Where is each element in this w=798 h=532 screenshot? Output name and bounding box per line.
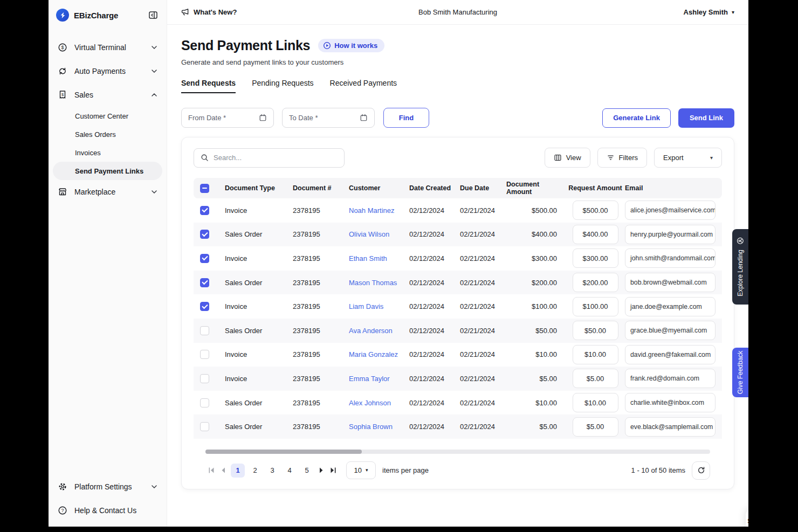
show-latest-transaction-button[interactable]: Show Latest Transaction: [746, 509, 748, 527]
export-button[interactable]: Export ▾: [654, 148, 722, 168]
request-amount-input[interactable]: $400.00: [573, 225, 618, 244]
view-button[interactable]: View: [545, 148, 590, 168]
sidebar-item-invoices[interactable]: Invoices: [53, 143, 162, 162]
filters-button[interactable]: Filters: [597, 148, 647, 168]
email-input[interactable]: alice.jones@mailservice.com: [625, 201, 716, 220]
sidebar-item-sales[interactable]: $ Sales: [53, 83, 162, 107]
row-checkbox[interactable]: [200, 398, 209, 407]
document-type-cell: Invoice: [225, 302, 293, 310]
to-date-input[interactable]: To Date *: [282, 108, 375, 128]
email-input[interactable]: frank.red@domain.com: [625, 369, 716, 388]
sidebar-item-customer-center[interactable]: Customer Center: [53, 107, 162, 125]
customer-link[interactable]: Ethan Smith: [349, 254, 409, 262]
customer-link[interactable]: Mason Thomas: [349, 279, 409, 287]
email-input[interactable]: henry.purple@yourmail.com: [625, 225, 716, 244]
page-size-select[interactable]: 10 ▾: [346, 461, 376, 479]
request-amount-input[interactable]: $10.00: [573, 393, 618, 412]
column-header-customer[interactable]: Customer: [349, 184, 409, 192]
email-input[interactable]: eve.black@samplemail.com: [625, 417, 716, 437]
row-checkbox[interactable]: [200, 350, 209, 359]
column-header-document-amount[interactable]: Document Amount: [506, 181, 566, 196]
tab[interactable]: Send Requests: [181, 79, 236, 93]
whats-new-button[interactable]: What's New?: [181, 8, 237, 16]
select-all-checkbox[interactable]: [200, 184, 209, 193]
how-it-works-button[interactable]: How it works: [318, 39, 384, 52]
request-amount-input[interactable]: $10.00: [573, 345, 618, 364]
svg-text:?: ?: [61, 508, 64, 513]
customer-link[interactable]: Olivia Wilson: [349, 230, 409, 238]
calendar-icon[interactable]: [360, 114, 368, 122]
user-menu[interactable]: Ashley Smith ▾: [684, 8, 734, 16]
tab[interactable]: Pending Requests: [252, 79, 313, 93]
whats-new-label: What's New?: [194, 8, 237, 16]
customer-link[interactable]: Noah Martinez: [349, 206, 409, 215]
page-number-button[interactable]: 4: [283, 464, 297, 478]
column-header-document-type[interactable]: Document Type: [225, 184, 293, 192]
document-amount-cell: $300.00: [506, 254, 566, 262]
sidebar-collapse-icon[interactable]: [148, 10, 158, 20]
row-checkbox[interactable]: [200, 254, 209, 263]
sidebar-item-sales-orders[interactable]: Sales Orders: [53, 125, 162, 143]
page-number-button[interactable]: 5: [300, 464, 314, 478]
column-header-date-created[interactable]: Date Created: [409, 184, 460, 192]
request-amount-input[interactable]: $300.00: [573, 248, 618, 268]
request-amount-input[interactable]: $5.00: [573, 369, 618, 388]
sidebar-item-platform-settings[interactable]: Platform Settings: [53, 475, 162, 499]
search-input[interactable]: [214, 154, 338, 162]
page-number-button[interactable]: 1: [231, 464, 245, 478]
sidebar-item-send-payment-links[interactable]: Send Payment Links: [53, 162, 162, 180]
customer-link[interactable]: Sophia Brown: [349, 423, 409, 431]
last-page-icon[interactable]: [327, 467, 339, 474]
email-input[interactable]: jane.doe@example.com: [625, 297, 716, 316]
row-checkbox[interactable]: [200, 422, 209, 431]
column-header-email[interactable]: Email: [625, 184, 716, 192]
row-checkbox[interactable]: [200, 302, 209, 311]
column-header-document-number[interactable]: Document #: [293, 184, 349, 192]
request-amount-input[interactable]: $200.00: [573, 273, 618, 292]
next-page-icon[interactable]: [315, 467, 327, 474]
row-checkbox[interactable]: [200, 326, 209, 335]
request-amount-input[interactable]: $100.00: [573, 297, 618, 316]
tab[interactable]: Received Payments: [330, 79, 397, 93]
sidebar-item-auto-payments[interactable]: Auto Payments: [53, 59, 162, 83]
give-feedback-tab[interactable]: Give Feedback: [732, 348, 748, 397]
previous-page-icon[interactable]: [217, 467, 229, 474]
generate-link-button[interactable]: Generate Link: [602, 108, 671, 128]
request-amount-input[interactable]: $500.00: [573, 201, 618, 220]
customer-link[interactable]: Emma Taylor: [349, 375, 409, 383]
customer-link[interactable]: Alex Johnson: [349, 399, 409, 407]
sidebar-item-help-contact[interactable]: ? Help & Contact Us: [53, 499, 162, 522]
page-number-button[interactable]: 2: [248, 464, 262, 478]
email-input[interactable]: bob.brown@webmail.com: [625, 273, 716, 292]
explore-lending-tab[interactable]: Explore Lending: [732, 229, 748, 305]
customer-link[interactable]: Maria Gonzalez: [349, 350, 409, 358]
horizontal-scrollbar[interactable]: [205, 450, 710, 454]
email-input[interactable]: charlie.white@inbox.com: [625, 393, 716, 412]
calendar-icon[interactable]: [259, 114, 267, 122]
send-link-button[interactable]: Send Link: [678, 108, 734, 128]
row-checkbox[interactable]: [200, 374, 209, 383]
request-amount-input[interactable]: $50.00: [573, 321, 618, 340]
refresh-button[interactable]: [692, 461, 710, 480]
column-header-request-amount[interactable]: Request Amount: [566, 184, 625, 192]
search-box[interactable]: [194, 148, 345, 168]
sidebar-item-virtual-terminal[interactable]: $ Virtual Terminal: [53, 36, 162, 59]
row-checkbox[interactable]: [200, 278, 209, 287]
email-input[interactable]: david.green@fakemail.com: [625, 345, 716, 364]
request-amount-input[interactable]: $5.00: [573, 417, 618, 437]
sidebar-item-marketplace[interactable]: Marketplace: [53, 180, 162, 204]
email-input[interactable]: grace.blue@myemail.com: [625, 321, 716, 340]
from-date-input[interactable]: From Date *: [181, 108, 274, 128]
ebizcharge-logo-icon: [56, 9, 69, 22]
chevron-down-icon: [152, 190, 157, 194]
first-page-icon[interactable]: [205, 467, 217, 474]
customer-link[interactable]: Liam Davis: [349, 302, 409, 310]
scrollbar-thumb[interactable]: [205, 450, 362, 454]
page-number-button[interactable]: 3: [265, 464, 279, 478]
find-button[interactable]: Find: [383, 108, 429, 128]
column-header-due-date[interactable]: Due Date: [460, 184, 506, 192]
email-input[interactable]: john.smith@randommail.com: [625, 248, 716, 268]
customer-link[interactable]: Ava Anderson: [349, 327, 409, 335]
row-checkbox[interactable]: [200, 230, 209, 239]
row-checkbox[interactable]: [200, 206, 209, 215]
